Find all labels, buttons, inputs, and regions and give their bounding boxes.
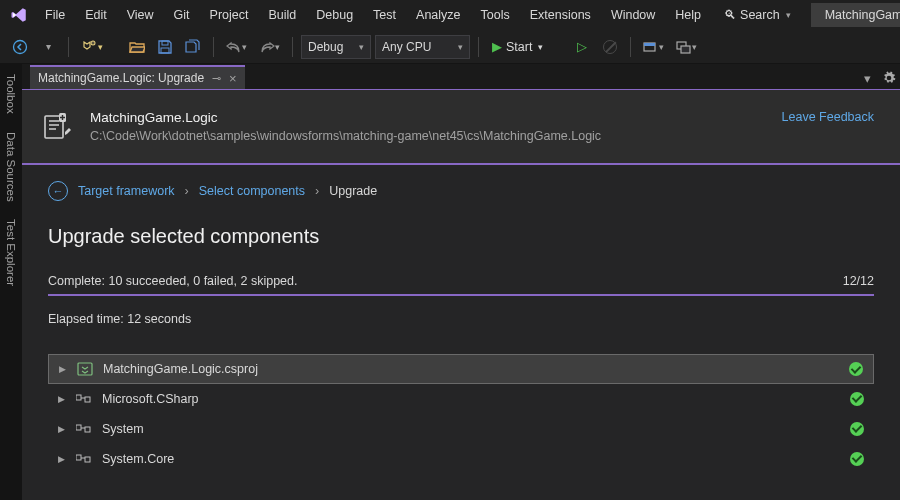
svg-rect-16 <box>85 457 90 462</box>
project-meta: MatchingGame.Logic C:\Code\Work\dotnet\s… <box>90 110 601 143</box>
result-name: Microsoft.CSharp <box>102 392 840 406</box>
svg-rect-5 <box>644 43 655 46</box>
result-row[interactable]: ▶ Microsoft.CSharp <box>48 384 874 414</box>
undo-button[interactable]: ▾ <box>222 35 251 59</box>
menu-analyze[interactable]: Analyze <box>407 4 469 26</box>
reference-icon <box>76 392 92 406</box>
tab-dropdown-button[interactable]: ▾ <box>856 67 878 89</box>
result-name: System <box>102 422 840 436</box>
menu-file[interactable]: File <box>36 4 74 26</box>
save-all-button[interactable] <box>181 35 205 59</box>
menu-window[interactable]: Window <box>602 4 664 26</box>
standard-toolbar: ▾ ▾ ▾ ▾ Debug▾ Any CPU▾ ▶ Start ▾ ▷ <box>0 30 900 64</box>
result-name: MatchingGame.Logic.csproj <box>103 362 839 376</box>
close-icon[interactable]: × <box>229 71 237 86</box>
vs-logo-icon <box>10 5 28 25</box>
progress-bar <box>48 294 874 296</box>
menu-tools[interactable]: Tools <box>472 4 519 26</box>
csproj-icon <box>77 362 93 376</box>
result-row[interactable]: ▶ System.Core <box>48 444 874 474</box>
project-name: MatchingGame.Logic <box>90 110 601 125</box>
open-file-button[interactable] <box>125 35 149 59</box>
document-area: MatchingGame.Logic: Upgrade ⊸ × ▾ Matchi… <box>22 64 900 500</box>
nav-back-button[interactable] <box>8 35 32 59</box>
search-label: Search <box>740 8 780 22</box>
expand-icon[interactable]: ▶ <box>59 364 67 374</box>
svg-rect-14 <box>85 427 90 432</box>
menu-help[interactable]: Help <box>666 4 710 26</box>
arrow-left-icon: ← <box>53 185 64 197</box>
tab-title: MatchingGame.Logic: Upgrade <box>38 71 204 85</box>
svg-point-0 <box>14 40 27 53</box>
tab-settings-button[interactable] <box>878 67 900 89</box>
nav-forward-button[interactable]: ▾ <box>36 35 60 59</box>
toolbar-button-b[interactable]: ▾ <box>672 35 701 59</box>
progress-text: Complete: 10 succeeded, 0 failed, 2 skip… <box>48 274 297 288</box>
elapsed-time: Elapsed time: 12 seconds <box>48 312 874 326</box>
search-box[interactable]: 🔍︎ Search ▾ <box>714 6 801 24</box>
start-label: Start <box>506 40 532 54</box>
result-row[interactable]: ▶ System <box>48 414 874 444</box>
menu-bar: File Edit View Git Project Build Debug T… <box>0 0 900 30</box>
play-outline-icon: ▷ <box>577 39 587 54</box>
svg-rect-15 <box>76 455 81 460</box>
reference-icon <box>76 452 92 466</box>
breadcrumb-separator: › <box>315 184 319 198</box>
result-row[interactable]: ▶ MatchingGame.Logic.csproj <box>48 354 874 384</box>
config-dropdown[interactable]: Debug▾ <box>301 35 371 59</box>
menu-git[interactable]: Git <box>165 4 199 26</box>
svg-rect-11 <box>76 395 81 400</box>
project-path: C:\Code\Work\dotnet\samples\windowsforms… <box>90 129 601 143</box>
save-button[interactable] <box>153 35 177 59</box>
upgrade-panel-header: MatchingGame.Logic C:\Code\Work\dotnet\s… <box>22 90 900 165</box>
upgrade-panel-body: ← Target framework › Select components ›… <box>22 165 900 474</box>
svg-rect-13 <box>76 425 81 430</box>
success-icon <box>850 392 864 406</box>
menu-build[interactable]: Build <box>259 4 305 26</box>
start-debug-button[interactable]: ▶ Start ▾ <box>487 35 552 59</box>
redo-button[interactable]: ▾ <box>255 35 284 59</box>
breadcrumb-separator: › <box>185 184 189 198</box>
new-item-button[interactable]: ▾ <box>77 35 107 59</box>
document-tab-strip: MatchingGame.Logic: Upgrade ⊸ × ▾ <box>22 64 900 90</box>
side-tab-toolbox[interactable]: Toolbox <box>3 70 19 118</box>
side-tab-datasources[interactable]: Data Sources <box>3 128 19 206</box>
active-document-tab[interactable]: MatchingGame.Logic: Upgrade ⊸ × <box>30 65 245 89</box>
platform-dropdown[interactable]: Any CPU▾ <box>375 35 470 59</box>
menu-test[interactable]: Test <box>364 4 405 26</box>
no-entry-icon <box>603 40 617 54</box>
menu-edit[interactable]: Edit <box>76 4 116 26</box>
breadcrumb-select-components[interactable]: Select components <box>199 184 305 198</box>
breadcrumb: ← Target framework › Select components ›… <box>48 181 874 201</box>
menu-project[interactable]: Project <box>201 4 258 26</box>
breadcrumb-back-button[interactable]: ← <box>48 181 68 201</box>
search-icon: 🔍︎ <box>724 8 736 22</box>
menu-extensions[interactable]: Extensions <box>521 4 600 26</box>
chevron-down-icon: ▾ <box>786 10 791 20</box>
expand-icon[interactable]: ▶ <box>58 454 66 464</box>
svg-rect-3 <box>161 48 169 53</box>
toolbar-button-a[interactable]: ▾ <box>639 35 668 59</box>
config-label: Debug <box>308 40 343 54</box>
breadcrumb-target-framework[interactable]: Target framework <box>78 184 175 198</box>
reference-icon <box>76 422 92 436</box>
solution-picker[interactable]: MatchingGame <box>811 3 900 27</box>
platform-label: Any CPU <box>382 40 431 54</box>
start-without-debug-button[interactable]: ▷ <box>570 35 594 59</box>
menu-debug[interactable]: Debug <box>307 4 362 26</box>
success-icon <box>849 362 863 376</box>
pin-icon[interactable]: ⊸ <box>212 72 221 85</box>
success-icon <box>850 422 864 436</box>
success-icon <box>850 452 864 466</box>
stop-debug-button <box>598 35 622 59</box>
breadcrumb-current: Upgrade <box>329 184 377 198</box>
results-list: ▶ MatchingGame.Logic.csproj ▶ Microsoft.… <box>48 354 874 474</box>
project-icon <box>42 110 74 142</box>
expand-icon[interactable]: ▶ <box>58 424 66 434</box>
play-icon: ▶ <box>492 39 502 54</box>
side-tab-testexplorer[interactable]: Test Explorer <box>3 215 19 290</box>
svg-rect-12 <box>85 397 90 402</box>
expand-icon[interactable]: ▶ <box>58 394 66 404</box>
leave-feedback-link[interactable]: Leave Feedback <box>782 110 874 124</box>
menu-view[interactable]: View <box>118 4 163 26</box>
